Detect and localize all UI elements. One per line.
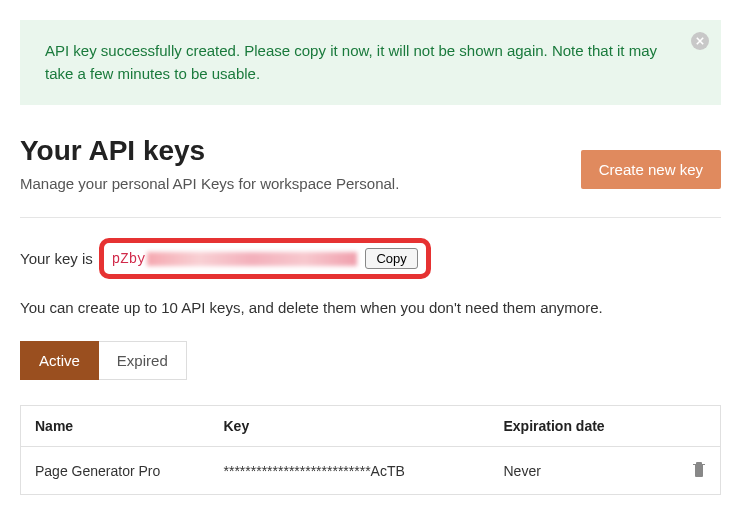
tab-expired[interactable]: Expired: [99, 341, 187, 380]
create-key-button[interactable]: Create new key: [581, 150, 721, 189]
page-subtitle: Manage your personal API Keys for worksp…: [20, 175, 581, 192]
col-header-name: Name: [21, 406, 210, 447]
success-alert: API key successfully created. Please cop…: [20, 20, 721, 105]
alert-close-button[interactable]: [691, 32, 709, 50]
cell-expiration: Never: [490, 447, 665, 495]
header-text-group: Your API keys Manage your personal API K…: [20, 135, 581, 192]
page-header: Your API keys Manage your personal API K…: [20, 135, 721, 192]
api-keys-table: Name Key Expiration date Page Generator …: [20, 405, 721, 495]
cell-name: Page Generator Pro: [21, 447, 210, 495]
key-value: pZby: [112, 251, 358, 267]
cell-key: ***************************AcTB: [210, 447, 490, 495]
table-header-row: Name Key Expiration date: [21, 406, 721, 447]
key-visible-prefix: pZby: [112, 251, 146, 267]
page-title: Your API keys: [20, 135, 581, 167]
alert-message: API key successfully created. Please cop…: [45, 40, 676, 85]
col-header-actions: [665, 406, 721, 447]
close-icon: [696, 37, 704, 45]
key-prefix-label: Your key is: [20, 250, 93, 267]
divider: [20, 217, 721, 218]
new-key-row: Your key is pZby Copy: [20, 238, 721, 279]
tab-active[interactable]: Active: [20, 341, 99, 380]
tabs: Active Expired: [20, 341, 721, 380]
trash-icon[interactable]: [692, 461, 706, 477]
table-row: Page Generator Pro *********************…: [21, 447, 721, 495]
key-blurred-portion: [147, 252, 357, 266]
key-limit-info: You can create up to 10 API keys, and de…: [20, 299, 721, 316]
copy-key-button[interactable]: Copy: [365, 248, 417, 269]
col-header-key: Key: [210, 406, 490, 447]
col-header-expiration: Expiration date: [490, 406, 665, 447]
cell-actions: [665, 447, 721, 495]
redacted-key-box: pZby Copy: [99, 238, 431, 279]
